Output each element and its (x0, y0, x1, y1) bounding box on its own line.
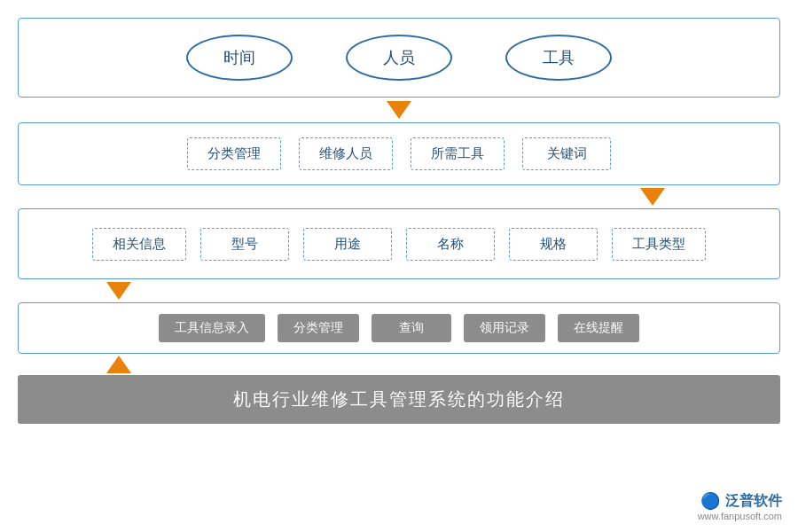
oval-tool: 工具 (505, 35, 612, 81)
arrow-row-left (18, 279, 780, 302)
layer-categories: 分类管理 维修人员 所需工具 关键词 (18, 122, 780, 185)
arrow-icon-4 (106, 356, 131, 373)
logo-main: 泛普软件 (725, 492, 782, 511)
detail-name: 名称 (406, 228, 495, 261)
arrow-row-right (18, 185, 780, 208)
category-tools: 所需工具 (411, 137, 505, 170)
detail-model: 型号 (200, 228, 289, 261)
layer-functions: 工具信息录入 分类管理 查询 领用记录 在线提醒 (18, 302, 780, 354)
category-staff: 维修人员 (299, 137, 393, 170)
func-borrow: 领用记录 (464, 314, 545, 342)
logo-icon: 🔵 (700, 491, 720, 511)
func-reminder: 在线提醒 (558, 314, 639, 342)
detail-spec: 规格 (509, 228, 598, 261)
title-text: 机电行业维修工具管理系统的功能介绍 (233, 387, 565, 411)
oval-person: 人员 (346, 35, 452, 81)
func-entry: 工具信息录入 (159, 314, 265, 342)
arrow-icon-3 (106, 282, 131, 300)
arrow-down-1 (18, 98, 780, 122)
detail-tool-type: 工具类型 (612, 228, 706, 261)
func-query: 查询 (372, 314, 451, 342)
layer-title: 机电行业维修工具管理系统的功能介绍 (18, 375, 780, 424)
arrow-row-bottom (18, 354, 780, 375)
logo-area: 🔵 泛普软件 www.fanpusoft.com (698, 491, 782, 521)
detail-usage: 用途 (303, 228, 392, 261)
detail-related-info: 相关信息 (92, 228, 186, 261)
category-keyword: 关键词 (522, 137, 611, 170)
func-classify: 分类管理 (278, 314, 359, 342)
arrow-icon-1 (387, 101, 411, 119)
main-container: 时间 人员 工具 分类管理 维修人员 所需工具 关键词 相关信息 型号 用途 名… (18, 18, 780, 424)
oval-time: 时间 (186, 35, 293, 81)
category-classify: 分类管理 (187, 137, 281, 170)
layer-ovals: 时间 人员 工具 (18, 18, 780, 98)
arrow-icon-2 (640, 188, 665, 206)
logo-sub: www.fanpusoft.com (698, 511, 782, 521)
layer-details: 相关信息 型号 用途 名称 规格 工具类型 (18, 208, 780, 279)
